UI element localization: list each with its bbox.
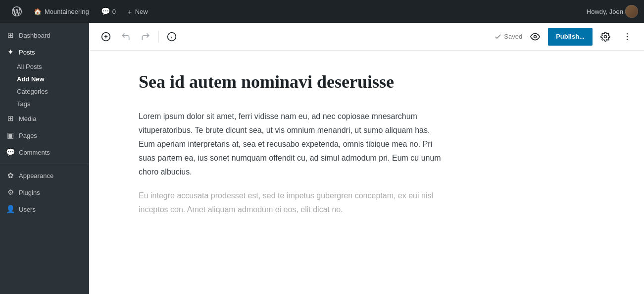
settings-button[interactable] bbox=[596, 28, 614, 46]
sidebar-item-pages[interactable]: ▣ Pages bbox=[0, 127, 89, 144]
avatar-image bbox=[625, 5, 638, 18]
sidebar-item-appearance[interactable]: ✿ Appearance bbox=[0, 167, 89, 184]
admin-bar-right: Howdy, Joen bbox=[587, 5, 638, 18]
svg-point-9 bbox=[627, 36, 628, 37]
post-body: Lorem ipsum dolor sit amet, ferri vidiss… bbox=[139, 110, 446, 217]
layout: ⊞ Dashboard ✦ Posts All Posts Add New Ca… bbox=[0, 23, 644, 294]
sidebar-comments-label: Comments bbox=[19, 149, 50, 156]
site-name-item[interactable]: 🏠 Mountaineering bbox=[28, 0, 95, 23]
pages-icon: ▣ bbox=[6, 131, 15, 140]
sidebar-item-comments[interactable]: 💬 Comments bbox=[0, 144, 89, 161]
dashboard-icon: ⊞ bbox=[6, 31, 15, 40]
preview-button[interactable] bbox=[526, 28, 544, 46]
details-button[interactable] bbox=[163, 28, 181, 46]
sidebar-divider-1 bbox=[0, 164, 89, 164]
appearance-icon: ✿ bbox=[6, 171, 15, 180]
sidebar: ⊞ Dashboard ✦ Posts All Posts Add New Ca… bbox=[0, 23, 89, 294]
editor-toolbar: Saved Publish... bbox=[89, 23, 644, 51]
sidebar-dashboard-label: Dashboard bbox=[19, 32, 50, 39]
paragraph-1[interactable]: Lorem ipsum dolor sit amet, ferri vidiss… bbox=[139, 110, 446, 179]
publish-button[interactable]: Publish... bbox=[548, 28, 593, 46]
saved-indicator: Saved bbox=[494, 33, 522, 41]
wp-logo-item[interactable] bbox=[6, 0, 28, 23]
admin-bar: 🏠 Mountaineering 💬 0 + New Howdy, Joen bbox=[0, 0, 644, 23]
paragraph-2[interactable]: Eu integre accusata prodesset est, sed t… bbox=[139, 189, 446, 217]
avatar[interactable] bbox=[625, 5, 638, 18]
sidebar-all-posts[interactable]: All Posts bbox=[0, 60, 89, 73]
add-block-button[interactable] bbox=[97, 28, 115, 46]
sidebar-categories[interactable]: Categories bbox=[0, 85, 89, 98]
comment-icon: 💬 bbox=[101, 7, 110, 16]
sidebar-appearance-label: Appearance bbox=[19, 172, 53, 179]
more-options-button[interactable] bbox=[618, 28, 636, 46]
sidebar-add-new[interactable]: Add New bbox=[0, 73, 89, 85]
svg-point-10 bbox=[627, 39, 628, 40]
sidebar-tags[interactable]: Tags bbox=[0, 98, 89, 110]
sidebar-item-users[interactable]: 👤 Users bbox=[0, 201, 89, 218]
sidebar-media-label: Media bbox=[19, 115, 36, 122]
toolbar-divider-1 bbox=[158, 31, 159, 43]
sidebar-posts-submenu: All Posts Add New Categories Tags bbox=[0, 60, 89, 110]
toolbar-right: Saved Publish... bbox=[494, 28, 636, 46]
howdy-label: Howdy, Joen bbox=[587, 8, 623, 15]
plus-icon: + bbox=[128, 7, 132, 16]
sidebar-posts-label: Posts bbox=[19, 49, 35, 56]
plugins-icon: ⚙ bbox=[6, 188, 15, 197]
new-label: New bbox=[135, 8, 148, 15]
sidebar-item-posts[interactable]: ✦ Posts bbox=[0, 44, 89, 60]
svg-point-6 bbox=[534, 35, 537, 38]
new-item[interactable]: + New bbox=[122, 0, 154, 23]
posts-icon: ✦ bbox=[6, 48, 15, 57]
post-title[interactable]: Sea id autem nominavi deseruisse bbox=[139, 70, 594, 94]
main-editor: Saved Publish... bbox=[89, 23, 644, 294]
comments-item[interactable]: 💬 0 bbox=[95, 0, 122, 23]
svg-point-7 bbox=[604, 35, 607, 38]
sidebar-item-dashboard[interactable]: ⊞ Dashboard bbox=[0, 27, 89, 44]
editor-content[interactable]: Sea id autem nominavi deseruisse Lorem i… bbox=[89, 51, 644, 294]
admin-bar-left: 🏠 Mountaineering 💬 0 + New bbox=[6, 0, 587, 23]
sidebar-plugins-label: Plugins bbox=[19, 189, 40, 196]
redo-button[interactable] bbox=[137, 28, 154, 46]
comments-sidebar-icon: 💬 bbox=[6, 148, 15, 157]
saved-label: Saved bbox=[504, 33, 522, 40]
svg-point-8 bbox=[627, 33, 628, 34]
users-icon: 👤 bbox=[6, 205, 15, 214]
sidebar-users-label: Users bbox=[19, 206, 36, 213]
sidebar-item-plugins[interactable]: ⚙ Plugins bbox=[0, 184, 89, 201]
undo-button[interactable] bbox=[117, 28, 135, 46]
sidebar-pages-label: Pages bbox=[19, 132, 37, 139]
comment-count: 0 bbox=[112, 8, 116, 15]
site-name: Mountaineering bbox=[45, 8, 89, 15]
toolbar-left bbox=[97, 28, 490, 46]
sidebar-item-media[interactable]: ⊞ Media bbox=[0, 110, 89, 127]
media-icon: ⊞ bbox=[6, 114, 15, 123]
